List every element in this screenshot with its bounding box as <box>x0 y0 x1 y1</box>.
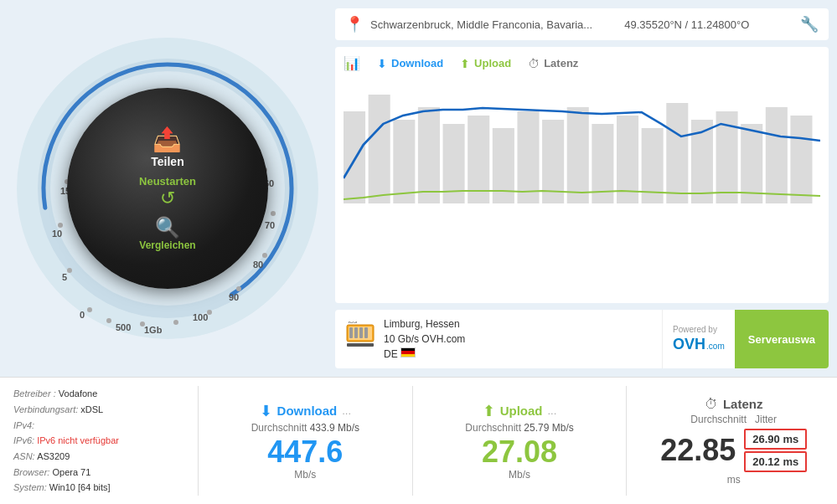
isp-row-0: Betreiber : Vodafone <box>13 386 181 402</box>
upload-dots: ... <box>548 404 557 417</box>
svg-rect-60 <box>364 327 368 338</box>
compare-button[interactable]: 🔍 Vergleichen <box>139 216 195 251</box>
upload-avg-value: 25.79 Mb/s <box>524 422 573 434</box>
server-info-row: iOS Limburg, Hessen 10 Gb/s OVH.com DE P… <box>335 310 829 368</box>
location-icon: 📍 <box>345 15 364 33</box>
share-button[interactable]: 📤 Teilen <box>151 126 183 168</box>
share-label: Teilen <box>151 155 183 168</box>
svg-rect-35 <box>344 111 365 203</box>
svg-rect-56 <box>347 343 374 347</box>
powered-by-content: Powered by OVH .com <box>673 325 725 353</box>
restart-button[interactable]: Neustarten ↺ <box>139 175 196 209</box>
restart-icon: ↺ <box>160 188 175 209</box>
divider-1 <box>198 386 199 496</box>
powered-by-section: Powered by OVH .com <box>662 310 735 368</box>
isp-row-2: IPv4: <box>13 418 181 434</box>
right-panel: 📍 Schwarzenbruck, Middle Franconia, Bava… <box>335 8 829 368</box>
divider-2 <box>412 386 413 496</box>
speedometer-panel: 0 5 10 15 20 25 30 40 50 60 70 <box>8 8 327 368</box>
latenz-tab-label: Latenz <box>544 57 578 69</box>
latency-boxes: 26.90 ms 20.12 ms <box>744 429 807 472</box>
chart-tabs: 📊 ⬇ Download ⬆ Upload ⏱ Latenz <box>344 55 820 71</box>
svg-point-30 <box>236 286 241 291</box>
server-location: Limburg, Hessen <box>384 316 465 332</box>
latency-box-1: 26.90 ms <box>744 429 807 450</box>
svg-point-31 <box>207 310 212 315</box>
share-icon: 📤 <box>152 126 182 153</box>
svg-text:10: 10 <box>52 229 62 239</box>
latency-values-row: 22.85 26.90 ms 20.12 ms <box>660 429 807 472</box>
isp-value-6: Win10 [64 bits] <box>49 482 111 492</box>
svg-rect-41 <box>493 128 514 203</box>
upload-title: Upload <box>500 404 543 418</box>
upload-tab-icon: ⬆ <box>460 57 470 70</box>
speedometer-inner: 📤 Teilen Neustarten ↺ 🔍 Vergleichen <box>67 88 268 289</box>
upload-main-value: 27.08 <box>482 437 557 467</box>
isp-label-6: System: <box>13 482 47 492</box>
svg-rect-53 <box>790 116 812 203</box>
isp-row-1: Verbindungsart: xDSL <box>13 402 181 418</box>
server-country-code: DE <box>384 348 398 360</box>
ovh-logo: OVH <box>673 336 705 353</box>
tab-upload[interactable]: ⬆ Upload <box>460 57 511 70</box>
compare-icon: 🔍 <box>155 216 180 239</box>
download-tab-label: Download <box>391 57 443 69</box>
tab-latenz[interactable]: ⏱ Latenz <box>528 57 578 70</box>
latency-avg-label: Durchschnitt <box>690 414 747 425</box>
svg-rect-42 <box>517 111 539 203</box>
upload-metric: ⬆ Upload ... Durchschnitt 25.79 Mb/s 27.… <box>430 402 610 481</box>
latency-unit: ms <box>727 474 741 486</box>
isp-label-5: Browser: <box>13 467 49 477</box>
latency-avg-row: Durchschnitt Jitter <box>690 414 777 425</box>
download-icon: ⬇ <box>260 402 272 420</box>
download-unit: Mb/s <box>294 469 316 481</box>
server-provider: 10 Gb/s OVH.com <box>384 332 465 347</box>
svg-text:5: 5 <box>62 272 67 282</box>
location-text: Schwarzenbruck, Middle Franconia, Bavari… <box>370 18 592 31</box>
bottom-panel: Betreiber : Vodafone Verbindungsart: xDS… <box>0 377 837 504</box>
latency-main-value: 22.85 <box>660 435 736 465</box>
tab-bar-chart[interactable]: 📊 <box>344 55 360 71</box>
svg-point-32 <box>173 320 178 325</box>
server-country: DE <box>384 347 465 362</box>
isp-value-3: IPv6 nicht verfügbar <box>37 435 119 445</box>
tab-download[interactable]: ⬇ Download <box>377 57 443 70</box>
svg-rect-57 <box>349 327 353 338</box>
latency-icon: ⏱ <box>705 397 718 412</box>
svg-text:90: 90 <box>229 292 239 302</box>
latency-box-2: 20.12 ms <box>744 451 807 472</box>
svg-rect-38 <box>418 107 440 203</box>
svg-text:500: 500 <box>116 322 131 332</box>
location-section: 📍 Schwarzenbruck, Middle Franconia, Bava… <box>345 15 749 33</box>
download-dots: ... <box>342 404 351 417</box>
server-select-button[interactable]: Serverauswa <box>735 310 829 368</box>
svg-rect-37 <box>393 120 415 203</box>
server-flag-icon <box>400 347 416 357</box>
settings-icon[interactable]: 🔧 <box>800 15 819 33</box>
svg-rect-52 <box>766 107 788 203</box>
svg-text:100: 100 <box>193 312 208 322</box>
download-tab-icon: ⬇ <box>377 57 387 70</box>
svg-rect-58 <box>354 327 358 338</box>
svg-rect-36 <box>369 95 390 203</box>
isp-value-5: Opera 71 <box>52 467 90 477</box>
isp-row-3: IPv6: IPv6 nicht verfügbar <box>13 433 181 449</box>
upload-icon: ⬆ <box>483 402 495 420</box>
upload-avg-label: Durchschnitt <box>465 422 521 434</box>
server-ios-icon: iOS <box>345 321 375 357</box>
svg-rect-59 <box>359 327 363 338</box>
divider-3 <box>626 386 627 496</box>
upload-header: ⬆ Upload ... <box>483 402 557 420</box>
svg-rect-44 <box>567 107 589 203</box>
upload-avg-row: Durchschnitt 25.79 Mb/s <box>465 422 573 434</box>
speedometer-outer-ring: 0 5 10 15 20 25 30 40 50 60 70 <box>17 38 318 339</box>
latency-header: ⏱ Latenz <box>705 397 763 412</box>
server-select-label: Serverauswa <box>748 333 815 346</box>
isp-value-0: Vodafone <box>59 388 98 399</box>
isp-label-1: Verbindungsart: <box>13 404 78 414</box>
isp-row-6: System: Win10 [64 bits] <box>13 480 181 496</box>
compare-label: Vergleichen <box>139 239 195 251</box>
bar-chart-icon: 📊 <box>344 55 360 71</box>
svg-point-21 <box>58 223 63 228</box>
svg-point-33 <box>140 321 145 327</box>
